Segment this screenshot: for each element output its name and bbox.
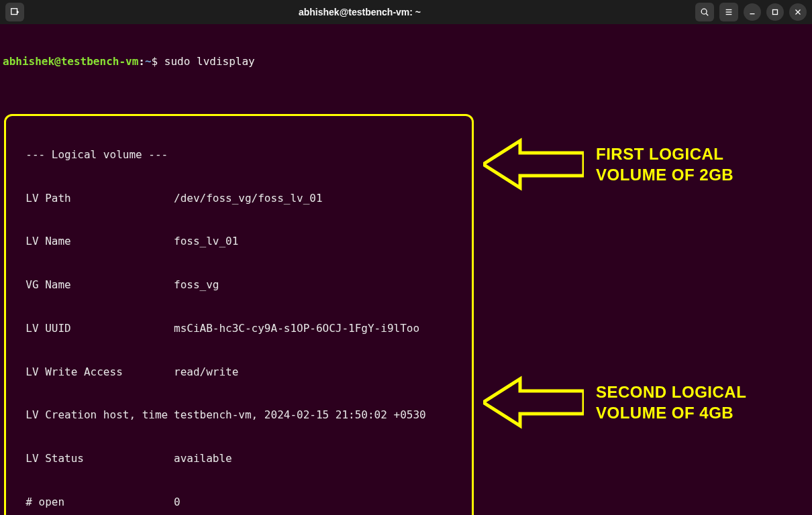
table-row: # open0 xyxy=(13,495,468,510)
table-row: LV Statusavailable xyxy=(13,451,468,466)
table-row: LV Creation host, timetestbench-vm, 2024… xyxy=(13,408,468,422)
svg-point-3 xyxy=(701,9,707,14)
prompt-path: ~ xyxy=(145,55,152,68)
minimize-icon xyxy=(748,7,757,17)
svg-line-4 xyxy=(706,13,708,15)
command-text: sudo lvdisplay xyxy=(164,55,255,68)
table-row: VG Namefoss_vg xyxy=(13,278,468,292)
annotation-2: SECOND LOGICAL VOLUME OF 4GB xyxy=(483,372,746,433)
prompt-separator: : xyxy=(138,55,145,68)
close-button[interactable] xyxy=(789,3,807,21)
arrow-left-icon xyxy=(483,134,584,194)
arrow-left-icon xyxy=(483,372,584,433)
svg-rect-0 xyxy=(11,9,17,15)
maximize-icon xyxy=(770,7,780,17)
window-titlebar: abhishek@testbench-vm: ~ xyxy=(0,0,812,24)
annotation-text: FIRST LOGICAL VOLUME OF 2GB xyxy=(596,144,733,185)
prompt-dollar: $ xyxy=(152,55,164,68)
table-row: LV UUIDmsCiAB-hc3C-cy9A-s1OP-6OCJ-1FgY-i… xyxy=(13,321,468,336)
svg-marker-12 xyxy=(483,141,584,188)
lv-header: --- Logical volume --- xyxy=(13,148,468,162)
new-tab-button[interactable] xyxy=(5,3,24,21)
window-title: abhishek@testbench-vm: ~ xyxy=(299,7,421,17)
terminal-area[interactable]: abhishek@testbench-vm:~$ sudo lvdisplay … xyxy=(0,24,812,515)
search-icon xyxy=(700,7,709,17)
lv-block-1: --- Logical volume --- LV Path/dev/foss_… xyxy=(4,114,474,515)
table-row: LV Write Accessread/write xyxy=(13,365,468,380)
search-button[interactable] xyxy=(695,3,714,21)
menu-button[interactable] xyxy=(719,3,738,21)
new-tab-icon xyxy=(10,7,19,17)
maximize-button[interactable] xyxy=(766,3,784,21)
prompt-user-host: abhishek@testbench-vm xyxy=(3,55,138,68)
table-row: LV Namefoss_lv_01 xyxy=(13,234,468,249)
minimize-button[interactable] xyxy=(744,3,761,21)
hamburger-icon xyxy=(724,7,733,17)
svg-rect-9 xyxy=(773,10,778,15)
svg-marker-13 xyxy=(483,379,584,426)
close-icon xyxy=(793,7,803,17)
annotation-1: FIRST LOGICAL VOLUME OF 2GB xyxy=(483,134,733,194)
table-row: LV Path/dev/foss_vg/foss_lv_01 xyxy=(13,191,468,206)
prompt-line: abhishek@testbench-vm:~$ sudo lvdisplay xyxy=(3,54,809,69)
annotation-text: SECOND LOGICAL VOLUME OF 4GB xyxy=(596,382,746,423)
